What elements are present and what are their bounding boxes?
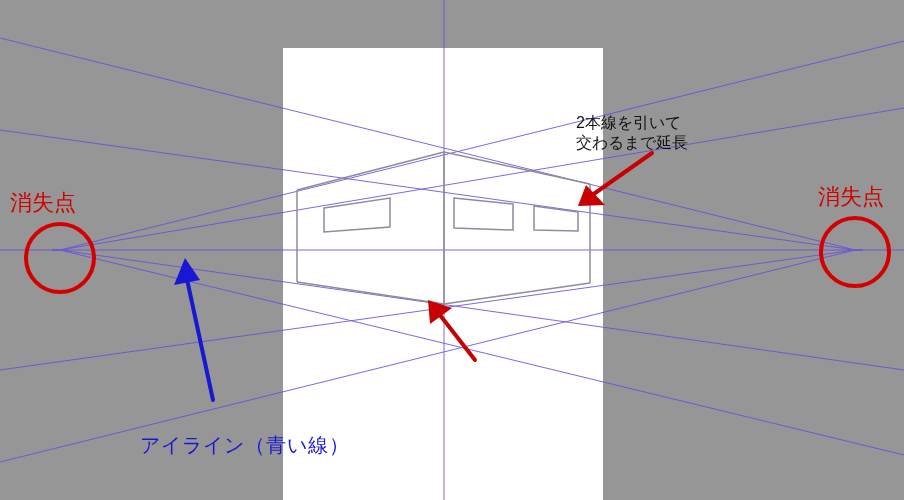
blue-arrow (174, 258, 213, 400)
diagram-canvas: 消失点 消失点 アイライン（青い線） 2本線を引いて 交わるまで延長 (0, 0, 904, 500)
svg-marker-20 (174, 258, 200, 285)
vp-label-left: 消失点 (10, 188, 76, 218)
drawing-paper (283, 48, 603, 500)
vp-circle-left (26, 224, 94, 292)
svg-line-19 (185, 270, 213, 400)
vp-label-right: 消失点 (818, 182, 884, 212)
vp-circle-right (821, 218, 889, 286)
